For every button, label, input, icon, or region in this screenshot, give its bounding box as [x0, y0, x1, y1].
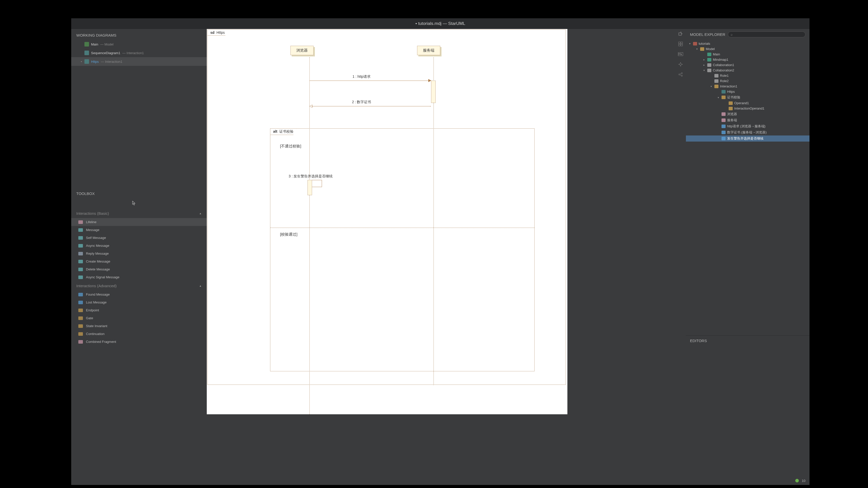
- diagram-suffix: — Interaction1: [122, 51, 144, 55]
- node-type-icon: [707, 69, 711, 72]
- diagram-frame[interactable]: sd Https 浏览器 服务端 1 : http请求: [207, 30, 566, 385]
- toolbox-item[interactable]: Lifeline: [71, 218, 207, 226]
- toolbox-section-header[interactable]: Interactions (Advanced)▲: [71, 281, 207, 291]
- message-1-line[interactable]: [309, 80, 431, 81]
- canvas-gray-area: [207, 414, 567, 476]
- node-label: 浏览器: [727, 112, 737, 117]
- explorer-header: MODEL EXPLORER ⌕: [686, 29, 809, 40]
- activation-browser-self[interactable]: [308, 180, 312, 195]
- tree-toggle-icon[interactable]: ▾: [709, 85, 713, 88]
- tool-label: Lost Message: [86, 300, 106, 304]
- diagram-suffix: — Interaction1: [101, 60, 122, 64]
- tool-icon: [78, 340, 83, 344]
- toolbox-header: TOOLBOX: [71, 188, 207, 198]
- tree-toggle-icon[interactable]: ▸: [702, 64, 706, 66]
- toolbox-item[interactable]: Async Signal Message: [71, 273, 207, 281]
- compass-icon[interactable]: [678, 62, 683, 67]
- working-diagrams-header: WORKING DIAGRAMS: [71, 29, 207, 40]
- markdown-icon[interactable]: [678, 51, 683, 57]
- message-2-line[interactable]: [312, 106, 431, 106]
- zoom-level[interactable]: 10: [802, 479, 805, 483]
- canvas-page[interactable]: sd Https 浏览器 服务端 1 : http请求: [207, 29, 567, 414]
- cursor-icon: [132, 201, 136, 205]
- tool-icon: [78, 244, 83, 248]
- tree-node[interactable]: 服务端: [686, 117, 809, 123]
- working-diagram-item[interactable]: Main— Model: [71, 40, 207, 48]
- tool-icon: [78, 308, 83, 312]
- alt-frame[interactable]: alt 证书校验 [不通过校验] 3 : 发生警告并选择是否继续 ◀ [校验通过…: [270, 128, 535, 371]
- frame-name: Https: [216, 31, 225, 35]
- node-type-icon: [721, 112, 725, 116]
- toolbox-item[interactable]: Create Message: [71, 257, 207, 265]
- tree-node[interactable]: ▸Collaboration1: [686, 62, 809, 68]
- activation-server-1[interactable]: [431, 80, 436, 103]
- tree-node[interactable]: 数字证书 (服务端→浏览器): [686, 129, 809, 135]
- tool-icon: [78, 260, 83, 263]
- titlebar: • tutorials.mdj — StarUML: [71, 18, 809, 29]
- status-ok-icon: [795, 479, 799, 482]
- tool-label: Delete Message: [86, 267, 110, 271]
- tree-node[interactable]: Role1: [686, 73, 809, 78]
- lifeline-server[interactable]: 服务端: [417, 46, 440, 55]
- extension-icon[interactable]: [678, 31, 683, 37]
- tree-node[interactable]: ▾证书校验: [686, 94, 809, 100]
- tool-icon: [78, 301, 83, 304]
- node-label: 数字证书 (服务端→浏览器): [727, 130, 767, 135]
- frame-tab: sd Https: [207, 30, 228, 36]
- tree-toggle-icon[interactable]: ▾: [695, 47, 699, 50]
- title-file: tutorials.mdj: [418, 21, 441, 26]
- tree-node[interactable]: Operand1: [686, 100, 809, 106]
- explorer-search[interactable]: ⌕: [728, 32, 805, 37]
- node-label: Https: [727, 90, 735, 94]
- tree-node[interactable]: ▾Model: [686, 46, 809, 52]
- alt-divider: [270, 227, 534, 228]
- tree-node[interactable]: Https: [686, 89, 809, 94]
- working-diagram-item[interactable]: SequenceDiagram1— Interaction1: [71, 48, 207, 57]
- select-tool[interactable]: [71, 198, 207, 209]
- title-app: — StarUML: [443, 21, 465, 26]
- toolbox-item[interactable]: Delete Message: [71, 265, 207, 273]
- tree-node[interactable]: ▸Mindmap1: [686, 57, 809, 62]
- node-type-icon: [721, 96, 725, 99]
- toolbox-item[interactable]: Found Message: [71, 291, 207, 298]
- tree-toggle-icon[interactable]: ▾: [688, 42, 691, 45]
- tree-node[interactable]: ▾tutorials: [686, 41, 809, 46]
- tree-node[interactable]: 浏览器: [686, 111, 809, 117]
- tool-icon: [78, 228, 83, 232]
- svg-point-5: [679, 74, 680, 75]
- tree-node[interactable]: ▾Collaboration2: [686, 68, 809, 73]
- tree-toggle-icon[interactable]: ▸: [702, 58, 706, 61]
- tool-label: Lifeline: [86, 220, 96, 224]
- tree-toggle-icon[interactable]: ▾: [716, 96, 720, 99]
- toolbox-item[interactable]: Message: [71, 226, 207, 234]
- tree-toggle-icon[interactable]: ▾: [702, 69, 706, 72]
- toolbox-item[interactable]: Continuation: [71, 330, 207, 338]
- toolbox-item[interactable]: Gate: [71, 314, 207, 322]
- collapse-icon: ▲: [199, 212, 202, 215]
- toolbox-item[interactable]: Endpoint: [71, 306, 207, 314]
- canvas[interactable]: sd Https 浏览器 服务端 1 : http请求: [207, 29, 675, 476]
- toolbox-item[interactable]: Reply Message: [71, 250, 207, 257]
- lifeline-browser[interactable]: 浏览器: [290, 46, 314, 55]
- tool-label: Endpoint: [86, 308, 99, 312]
- tree-node[interactable]: 发生警告并选择是否继续: [686, 135, 809, 141]
- working-diagram-item[interactable]: •Https— Interaction1: [71, 57, 207, 66]
- toolbox-item[interactable]: Lost Message: [71, 298, 207, 306]
- tree-node[interactable]: ▾Interaction1: [686, 84, 809, 89]
- toolbox-section-header[interactable]: Interactions (Basic)▲: [71, 209, 207, 218]
- search-input[interactable]: [734, 33, 803, 36]
- tree-node[interactable]: Role2: [686, 78, 809, 84]
- tree-node[interactable]: InteractionOperand1: [686, 106, 809, 111]
- toolbox-item[interactable]: Combined Fragment: [71, 338, 207, 346]
- tree-node[interactable]: Main: [686, 52, 809, 57]
- node-label: http请求 (浏览器→服务端): [727, 124, 766, 129]
- share-icon[interactable]: [678, 72, 683, 77]
- diagram-label: SequenceDiagram1: [91, 51, 120, 55]
- tool-icon: [78, 324, 83, 328]
- toolbox-item[interactable]: Self Message: [71, 234, 207, 242]
- tree-node[interactable]: http请求 (浏览器→服务端): [686, 123, 809, 129]
- toolbox-item[interactable]: State Invariant: [71, 322, 207, 330]
- toolbox-item[interactable]: Async Message: [71, 242, 207, 250]
- model-tree[interactable]: ▾tutorials▾ModelMain▸Mindmap1▸Collaborat…: [686, 40, 809, 172]
- grid-icon[interactable]: [678, 41, 683, 47]
